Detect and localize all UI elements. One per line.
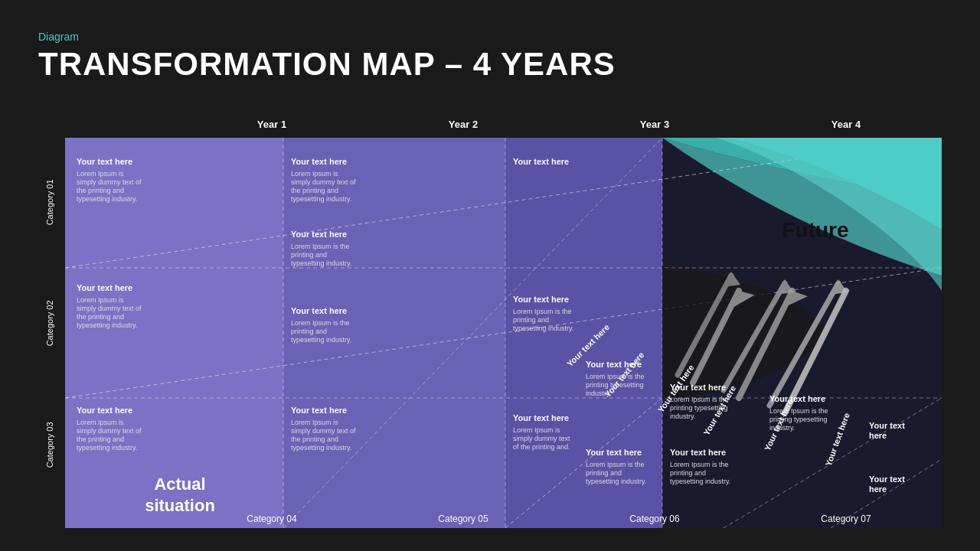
svg-text:the printing and: the printing and [291,187,338,194]
svg-text:printing and: printing and [670,469,706,477]
svg-text:Your text here: Your text here [291,157,347,166]
svg-text:Your text: Your text [869,474,905,484]
cat-bottom-04: Category 04 [176,509,368,528]
svg-text:Your text here: Your text here [291,306,347,315]
transformation-map-svg: Your text here Your text here Your text … [65,138,942,528]
svg-text:Your text here: Your text here [513,413,569,422]
year-1-label: Year 1 [176,119,368,138]
svg-text:typesetting industry.: typesetting industry. [77,195,137,203]
svg-text:Your text here: Your text here [77,406,132,415]
svg-text:Lorem Ipsum is: Lorem Ipsum is [291,170,338,178]
svg-text:Lorem Ipsum is the: Lorem Ipsum is the [586,461,645,468]
svg-text:here: here [869,431,887,440]
svg-text:Lorem Ipsum is: Lorem Ipsum is [77,170,124,178]
svg-text:typesetting industry.: typesetting industry. [77,321,137,329]
svg-text:the printing and: the printing and [77,435,124,443]
header: Diagram TRANSFORMATION MAP – 4 YEARS [38,31,616,83]
svg-text:Lorem Ipsum is: Lorem Ipsum is [77,419,124,426]
svg-text:Your text here: Your text here [291,230,347,239]
svg-text:simply dummy text of: simply dummy text of [291,178,356,186]
svg-text:typesetting industry.: typesetting industry. [291,444,351,452]
svg-text:Lorem Ipsum is the: Lorem Ipsum is the [586,373,645,380]
svg-text:printing and: printing and [291,328,327,335]
svg-text:typesetting industry.: typesetting industry. [291,195,351,203]
svg-text:typesetting industry.: typesetting industry. [670,478,730,485]
year-4-label: Year 4 [750,119,942,138]
svg-text:typesetting industry.: typesetting industry. [291,259,351,267]
svg-text:Your text here: Your text here [513,157,569,166]
svg-text:Lorem Ipsum is: Lorem Ipsum is [513,426,560,434]
svg-text:industry.: industry. [769,424,795,432]
main-title: TRANSFORMATION MAP – 4 YEARS [38,46,616,83]
year-2-label: Year 2 [368,119,559,138]
svg-text:Lorem Ipsum is the: Lorem Ipsum is the [769,407,828,415]
svg-text:Actual: Actual [154,474,205,494]
year-labels: Year 1 Year 2 Year 3 Year 4 [176,119,942,138]
svg-text:Lorem Ipsum is the: Lorem Ipsum is the [513,308,572,315]
svg-text:simply dummy text of: simply dummy text of [77,178,142,186]
svg-text:the printing and: the printing and [77,313,124,321]
cat-bottom-06: Category 06 [559,509,750,528]
svg-text:Lorem Ipsum is the: Lorem Ipsum is the [291,319,350,327]
svg-text:industry.: industry. [670,412,695,420]
svg-text:Lorem Ipsum is the: Lorem Ipsum is the [670,461,729,468]
svg-text:Your text here: Your text here [670,448,726,457]
svg-text:Your text here: Your text here [77,283,132,292]
svg-text:Your text here: Your text here [513,295,569,304]
svg-text:Lorem Ipsum is the: Lorem Ipsum is the [670,396,729,403]
year-3-label: Year 3 [559,119,750,138]
svg-text:printing and: printing and [513,316,549,324]
svg-text:printing and: printing and [291,251,327,259]
svg-text:Your text here: Your text here [670,383,726,392]
cat-left-03: Category 03 [38,384,61,505]
svg-text:typesetting industry.: typesetting industry. [586,478,646,485]
svg-text:simply dummy text of: simply dummy text of [77,427,142,435]
category-labels-left: Category 01 Category 02 Category 03 [38,142,61,505]
svg-text:typesetting industry.: typesetting industry. [513,324,573,332]
cat-bottom-07: Category 07 [750,509,942,528]
cat-left-01: Category 01 [38,142,61,262]
cat-left-02: Category 02 [38,262,61,383]
svg-text:typesetting industry.: typesetting industry. [291,336,351,344]
diagram-container: Year 1 Year 2 Year 3 Year 4 Category 01 … [38,119,942,528]
svg-text:Lorem Ipsum is: Lorem Ipsum is [291,419,338,426]
svg-text:simply dummy text of: simply dummy text of [77,305,142,312]
svg-text:Your text here: Your text here [586,448,642,457]
svg-text:the printing and: the printing and [291,435,338,443]
svg-text:printing typesetting: printing typesetting [670,404,728,412]
svg-text:here: here [869,484,887,494]
diagram-label: Diagram [38,31,616,43]
svg-text:Your text here: Your text here [769,394,825,403]
svg-text:simply dummy text: simply dummy text [513,435,570,442]
category-labels-bottom: Category 04 Category 05 Category 06 Cate… [176,509,942,528]
svg-text:Future: Future [782,218,848,242]
svg-text:Lorem Ipsum is the: Lorem Ipsum is the [291,243,350,250]
svg-text:the printing and: the printing and [77,187,124,194]
svg-text:industry.: industry. [586,390,611,397]
svg-text:Your text: Your text [869,421,905,430]
cat-bottom-05: Category 05 [368,509,559,528]
svg-text:printing typesetting: printing typesetting [769,416,828,423]
svg-text:Your text here: Your text here [291,406,347,415]
svg-text:typesetting industry.: typesetting industry. [77,444,137,452]
svg-text:Your text here: Your text here [586,360,642,369]
svg-text:Lorem Ipsum is: Lorem Ipsum is [77,296,124,304]
svg-text:Your text here: Your text here [77,157,132,166]
svg-text:printing typesetting: printing typesetting [586,381,644,389]
svg-text:of the printing and.: of the printing and. [513,443,570,451]
svg-text:simply dummy text of: simply dummy text of [291,427,356,435]
svg-text:printing and: printing and [586,469,622,477]
svg-marker-4 [505,138,662,528]
